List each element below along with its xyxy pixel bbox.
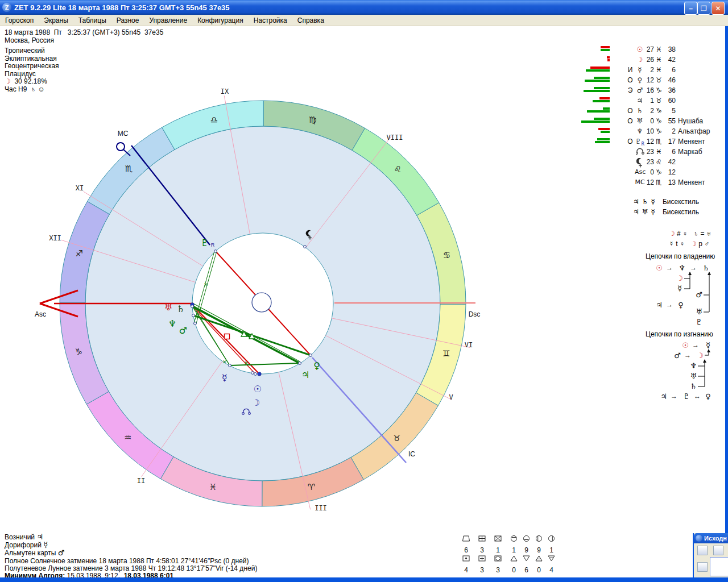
dignity-bar bbox=[590, 66, 610, 69]
dignity-bar bbox=[601, 46, 610, 48]
menu-разное[interactable]: Разное bbox=[111, 15, 144, 26]
degree-value: 10 bbox=[644, 127, 654, 135]
minute-value: 6 bbox=[664, 148, 676, 156]
dignity-letter: И bbox=[626, 66, 635, 74]
chain-planet-symbol: ☉ bbox=[656, 264, 663, 272]
degree-value: 0 bbox=[644, 168, 654, 176]
chain-planet-symbol: ☽ bbox=[676, 274, 683, 282]
aspect-note-token: ♀ bbox=[682, 230, 689, 238]
sign-symbol: ♑ bbox=[656, 127, 665, 135]
chain-planet-symbol: ♇ bbox=[683, 392, 690, 401]
close-button[interactable]: ✕ bbox=[712, 2, 725, 15]
planet-table-row: ☉27♓38 bbox=[579, 44, 728, 55]
aspect-note-token: t bbox=[676, 240, 680, 248]
stat-icon-x-square bbox=[495, 536, 501, 541]
dignity-bar bbox=[581, 120, 610, 123]
aspect-note-token: ♄ bbox=[689, 230, 700, 238]
degree-value: 12 bbox=[644, 138, 654, 146]
planet-table-row: О♀12♉46 bbox=[579, 75, 728, 85]
mini-window-titlebar[interactable]: Исходн bbox=[694, 533, 728, 543]
planet-table-row: Asc0♑12 bbox=[579, 167, 728, 177]
chain-planet-symbol: ♅ bbox=[690, 372, 697, 380]
edit-icon[interactable] bbox=[697, 562, 708, 572]
mini-window-field[interactable] bbox=[710, 557, 728, 576]
sign-symbol: ♏ bbox=[656, 178, 665, 186]
mini-window-icon bbox=[696, 535, 702, 542]
config-planet-symbol: ♃ bbox=[633, 208, 639, 216]
chain-arrow-icon: → bbox=[671, 392, 677, 400]
planet-table-row: ♆10♑2Альатфар bbox=[579, 126, 728, 136]
dignity-bar bbox=[587, 110, 610, 113]
aspect-note-token: ♅ bbox=[706, 230, 713, 238]
menu-гороскоп[interactable]: Гороскоп bbox=[0, 15, 39, 26]
menu-настройка[interactable]: Настройка bbox=[249, 15, 292, 26]
chain-planet-symbol: ♀ bbox=[678, 301, 684, 309]
planet-table-row: ♃1♉60 bbox=[579, 95, 728, 106]
statistics-counts: 63143319910604 bbox=[0, 0, 574, 577]
stat-value: 0 bbox=[512, 566, 516, 574]
planet-position-table: ☉27♓38☽26♓42И☿2♓6О♀12♉46Э♂16♑36♃1♉60О♄2♑… bbox=[579, 44, 728, 188]
menu-справка[interactable]: Справка bbox=[292, 15, 329, 26]
config-planet-symbol: ♄ bbox=[642, 198, 648, 206]
sign-symbol: ♉ bbox=[656, 76, 665, 84]
chain-arrowhead bbox=[688, 272, 692, 275]
planet-table-row: 23♓6Маркаб bbox=[579, 147, 728, 157]
chain-planet-symbol: ☿ bbox=[706, 341, 710, 350]
stat-value: 4 bbox=[549, 566, 553, 574]
chain-planet-symbol: ♃ bbox=[660, 392, 667, 401]
rulership-chains-diagram: →→→☉♆♄☽☿♂♃♀♅♇ bbox=[640, 260, 728, 331]
stat-icon-circle-bottom bbox=[524, 536, 530, 542]
source-data-mini-window[interactable]: Исходн bbox=[693, 533, 728, 579]
dignity-letter: О bbox=[626, 117, 635, 125]
stat-value: 3 bbox=[496, 566, 500, 574]
rulership-chains-title: Цепочки по владению bbox=[646, 252, 715, 260]
stat-icon-triangle-down bbox=[523, 556, 530, 561]
sign-symbol: ♓ bbox=[656, 66, 665, 74]
stat-value: 0 bbox=[537, 566, 541, 574]
mini-window-title: Исходн bbox=[704, 535, 727, 542]
minimize-button[interactable]: – bbox=[684, 2, 697, 15]
north-node-icon bbox=[636, 148, 644, 154]
aspect-note-token: # bbox=[677, 230, 682, 238]
chain-planet-symbol: ♂ bbox=[696, 290, 702, 299]
chain-planet-symbol: ♆ bbox=[690, 361, 697, 370]
chain-planet-symbol: ♃ bbox=[656, 301, 663, 309]
sign-symbol: ♓ bbox=[656, 45, 665, 53]
aspect-note-token: ♀ bbox=[680, 240, 686, 248]
aspect-note-token: ☽ bbox=[669, 230, 677, 238]
minute-value: 17 bbox=[664, 138, 676, 146]
chain-planet-symbol: ☉ bbox=[682, 341, 689, 350]
copy-icon[interactable] bbox=[697, 546, 708, 555]
chain-arrow-icon: → bbox=[690, 264, 697, 272]
degree-value: 23 bbox=[644, 158, 654, 166]
sign-symbol: ♑ bbox=[656, 86, 665, 94]
sign-symbol: ♓ bbox=[656, 56, 665, 64]
stat-icon-cross-square bbox=[479, 556, 485, 561]
minute-value: 36 bbox=[664, 86, 676, 94]
paste-icon[interactable] bbox=[713, 546, 723, 555]
maximize-button[interactable]: ❐ bbox=[697, 2, 710, 15]
planet-table-row: О♇R12♏17Менкент bbox=[579, 136, 728, 147]
dignity-letter: О bbox=[626, 138, 635, 146]
config-planet-symbol: ☿ bbox=[651, 198, 655, 206]
title-bar: Z ZET 9.2.29 Lite 18 марта 1988 Пт 3:25:… bbox=[0, 0, 728, 15]
aspect-note-token: = bbox=[700, 230, 706, 238]
menu-экраны[interactable]: Экраны bbox=[39, 15, 73, 26]
aspect-note-token: ☽ bbox=[686, 240, 698, 248]
chain-arrow-icon: → bbox=[684, 351, 691, 359]
exile-chains-diagram: →→→↔☉☿♂☽♆♅♄♃♇♀ bbox=[640, 337, 728, 405]
degree-value: 16 bbox=[644, 86, 654, 94]
planet-table-row: 23♌42 bbox=[579, 157, 728, 167]
app-icon: Z bbox=[2, 3, 11, 12]
menu-управление[interactable]: Управление bbox=[144, 15, 192, 26]
degree-value: 26 bbox=[644, 56, 654, 64]
menu-таблицы[interactable]: Таблицы bbox=[73, 15, 111, 26]
aspect-notes: ☽ # ♀ ♄ = ♅ ☿ t ♀ ☽ p ♂ bbox=[669, 228, 713, 249]
dignity-bar bbox=[607, 59, 610, 61]
config-planet-symbol: ♃ bbox=[633, 198, 639, 206]
config-planet-symbol: ♅ bbox=[642, 208, 648, 216]
menu-конфигурация[interactable]: Конфигурация bbox=[192, 15, 249, 26]
dignity-bar bbox=[601, 131, 610, 133]
sign-symbol: ♓ bbox=[656, 148, 665, 156]
stat-value: 6 bbox=[464, 546, 468, 554]
